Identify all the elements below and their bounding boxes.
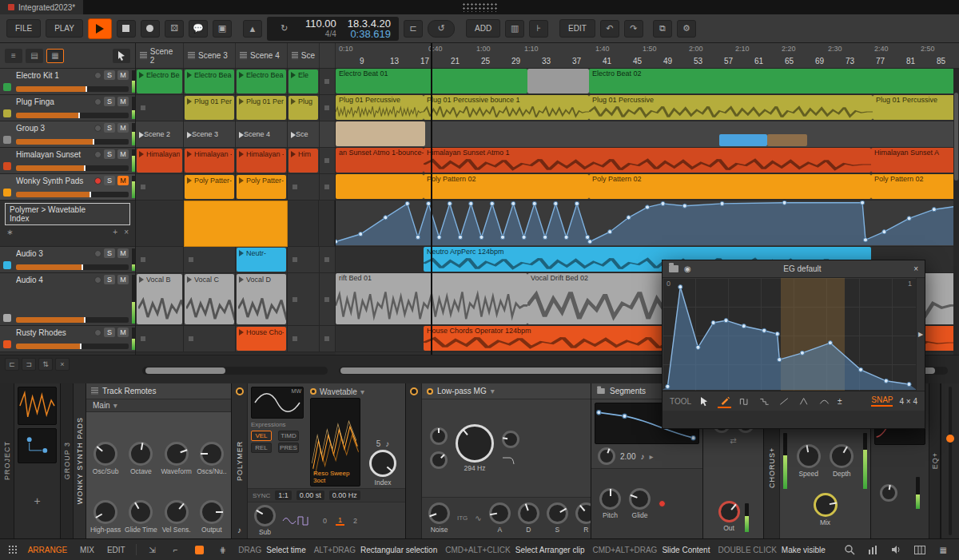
redo-button[interactable]: ↷ <box>624 20 643 38</box>
zoom-fit-icon[interactable]: ⌐ <box>168 542 183 557</box>
volume-slider[interactable] <box>16 113 129 118</box>
clip-slot[interactable]: Poly Patter- <box>184 174 236 200</box>
follow-playback-icon[interactable]: ⇲ <box>145 542 160 557</box>
metronome-button[interactable]: ▲ <box>243 20 262 38</box>
scene-header[interactable]: Scene 3 <box>184 43 236 68</box>
midi-keyboard-icon[interactable] <box>912 542 927 557</box>
modulator-icon[interactable]: ∗ <box>6 228 13 236</box>
sub-position[interactable]: 2 <box>351 517 360 525</box>
clip-slot[interactable]: Ele <box>288 69 320 94</box>
envelope-scroll-strip[interactable]: ▶ <box>916 278 925 391</box>
mute-button[interactable]: M <box>117 248 129 258</box>
stop-slot[interactable] <box>320 326 336 351</box>
env-shape-icon[interactable]: ∿ <box>475 514 481 522</box>
remove-button[interactable]: × <box>124 228 129 236</box>
arm-button[interactable] <box>94 125 101 132</box>
clip-slot[interactable]: Vocal D <box>236 273 288 325</box>
solo-button[interactable]: S <box>104 149 115 159</box>
clip-slot[interactable]: Him <box>288 148 320 173</box>
group-scene-slot[interactable]: Scene 2 <box>136 121 184 147</box>
list-view-icon[interactable]: ▤ <box>26 49 43 63</box>
arranger-clip[interactable] <box>336 121 425 146</box>
expression-button[interactable]: VEL <box>251 431 272 441</box>
solo-button[interactable]: S <box>104 123 115 133</box>
capture-button[interactable]: ▣ <box>213 20 232 38</box>
track-row[interactable]: Audio 3 S M <box>0 247 135 273</box>
play-button[interactable] <box>88 18 112 39</box>
launcher-view-button[interactable]: ▥ <box>505 20 524 38</box>
pitch-knob[interactable] <box>599 488 621 510</box>
preset-folder-icon[interactable] <box>597 388 605 394</box>
comment-button[interactable]: 💬 <box>189 20 208 38</box>
resonance-knob[interactable] <box>502 431 519 448</box>
detune-st-value[interactable]: 0.00 st <box>296 490 324 500</box>
clip-slot[interactable]: Plug <box>288 95 320 121</box>
mute-button[interactable]: M <box>117 70 129 80</box>
remote-knob[interactable] <box>94 442 117 466</box>
preset-folder-icon[interactable] <box>669 265 678 272</box>
attack-knob[interactable] <box>489 502 511 524</box>
clip-slot[interactable] <box>288 247 320 272</box>
launcher-clip[interactable]: Plug 01 Per- <box>237 96 286 120</box>
close-panel-icon[interactable]: × <box>55 358 70 371</box>
launcher-clip[interactable]: Ele <box>288 70 318 93</box>
track-row[interactable]: Electro Kit 1 S M <box>0 69 135 95</box>
solo-button[interactable]: S <box>104 70 115 80</box>
osc-power-button[interactable] <box>310 388 316 395</box>
clip-slot[interactable]: Himalayan - <box>236 148 288 173</box>
arm-button[interactable] <box>94 151 101 158</box>
device-power-button[interactable] <box>410 387 418 395</box>
add-device-button[interactable]: + <box>14 463 60 538</box>
mute-button-on[interactable]: M <box>117 176 129 185</box>
track-row[interactable]: Rusty Rhodes S M <box>0 326 135 352</box>
clip-slot[interactable] <box>184 247 236 272</box>
curve-shape-icon[interactable] <box>818 395 831 408</box>
mixer-toggle-icon[interactable]: ≡ <box>5 49 22 63</box>
launcher-clip[interactable]: Electro Bea- <box>137 70 182 93</box>
filter-env-knob[interactable] <box>430 451 448 469</box>
arranger-clip[interactable]: Himalayan Sunset A <box>871 148 959 173</box>
remote-knob[interactable] <box>129 500 153 524</box>
sub-knob[interactable] <box>254 505 276 526</box>
launcher-clip[interactable]: Poly Patter- <box>237 175 286 199</box>
ramp-shape-icon[interactable] <box>778 395 791 408</box>
clip-slot[interactable] <box>288 273 320 325</box>
add-modulator-button[interactable]: + <box>113 228 117 236</box>
swap-order-icon[interactable]: ⇅ <box>38 358 53 371</box>
solo-button[interactable]: S <box>104 176 115 185</box>
clip-slot[interactable]: Vocal C <box>184 273 236 325</box>
arm-button-on[interactable] <box>94 177 101 185</box>
clip-slot[interactable]: Plug 01 Per- <box>184 95 236 121</box>
loop-toggle[interactable]: ↺ <box>428 20 455 38</box>
launcher-clip[interactable]: House Cho- <box>237 327 286 351</box>
clip-slot[interactable] <box>288 326 320 351</box>
launcher-clip[interactable]: Vocal C <box>185 274 234 324</box>
arranger-group-lane[interactable] <box>336 121 959 148</box>
panel-grid-icon[interactable] <box>8 545 18 554</box>
clip-slot[interactable]: House Cho- <box>236 326 288 351</box>
sync-label[interactable]: SYNC <box>253 492 270 499</box>
segments-value[interactable]: 2.00 <box>620 452 635 461</box>
timeline-ruler[interactable]: 0:100:40 1:001:10 1:401:50 2:002:10 2:20… <box>336 43 959 69</box>
index-knob[interactable] <box>369 450 396 477</box>
stop-slot[interactable] <box>320 247 336 272</box>
expression-button[interactable]: REL <box>251 443 272 453</box>
arranger-clip[interactable]: Poly Pattern 02 <box>871 174 959 199</box>
arm-button[interactable] <box>94 72 101 79</box>
add-track-button[interactable]: ADD <box>466 19 500 38</box>
track-row[interactable]: Audio 4 S M <box>0 273 135 326</box>
launcher-clip[interactable]: Himalayan - <box>185 149 234 173</box>
tempo-display[interactable]: 110.00 <box>305 18 336 29</box>
envelope-canvas[interactable]: 0 1 ▶ <box>663 278 925 391</box>
remote-knob[interactable] <box>129 442 153 466</box>
clip-slot[interactable] <box>184 326 236 351</box>
pencil-tool-icon[interactable] <box>718 395 731 408</box>
step-shape-icon[interactable] <box>758 395 771 408</box>
eg-window-titlebar[interactable]: ◉ EG default × <box>663 260 925 278</box>
arranger-clip[interactable]: Himalayan Sunset Atmo 1 <box>424 148 871 173</box>
remotes-page-select[interactable]: Main <box>93 401 110 410</box>
arranger-clip[interactable] <box>336 174 424 199</box>
launcher-hscrollbar[interactable] <box>142 367 328 375</box>
scene-header[interactable]: Sce <box>288 43 320 68</box>
clip-slot[interactable]: Neutr- <box>236 247 288 272</box>
